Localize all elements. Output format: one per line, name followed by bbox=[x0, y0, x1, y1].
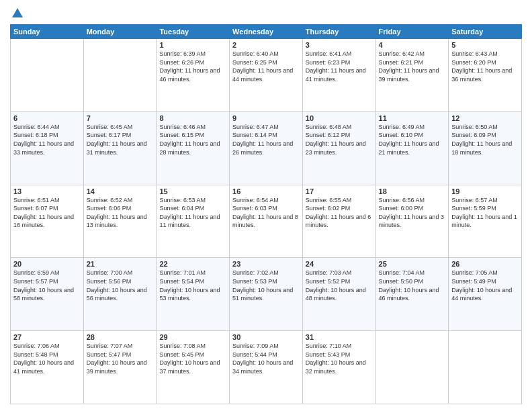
calendar-cell: 13Sunrise: 6:51 AMSunset: 6:07 PMDayligh… bbox=[11, 185, 84, 258]
col-header-thursday: Thursday bbox=[302, 25, 375, 39]
svg-marker-0 bbox=[12, 8, 23, 17]
calendar-week-1: 1Sunrise: 6:39 AMSunset: 6:26 PMDaylight… bbox=[11, 39, 522, 112]
logo bbox=[10, 7, 24, 20]
day-info: Sunrise: 7:00 AMSunset: 5:56 PMDaylight:… bbox=[87, 269, 154, 302]
calendar-cell: 6Sunrise: 6:44 AMSunset: 6:18 PMDaylight… bbox=[11, 111, 84, 185]
day-info: Sunrise: 6:47 AMSunset: 6:14 PMDaylight:… bbox=[232, 123, 300, 156]
calendar-cell: 3Sunrise: 6:41 AMSunset: 6:23 PMDaylight… bbox=[302, 39, 375, 112]
calendar-cell: 28Sunrise: 7:07 AMSunset: 5:47 PMDayligh… bbox=[83, 331, 157, 404]
day-info: Sunrise: 7:02 AMSunset: 5:53 PMDaylight:… bbox=[232, 269, 300, 302]
day-info: Sunrise: 7:05 AMSunset: 5:49 PMDaylight:… bbox=[451, 269, 519, 302]
calendar-cell: 18Sunrise: 6:56 AMSunset: 6:00 PMDayligh… bbox=[375, 185, 449, 258]
day-number: 21 bbox=[87, 260, 154, 268]
calendar-cell: 11Sunrise: 6:49 AMSunset: 6:10 PMDayligh… bbox=[375, 111, 449, 185]
day-info: Sunrise: 6:43 AMSunset: 6:20 PMDaylight:… bbox=[451, 50, 519, 83]
day-info: Sunrise: 7:06 AMSunset: 5:48 PMDaylight:… bbox=[13, 342, 81, 375]
day-info: Sunrise: 6:50 AMSunset: 6:09 PMDaylight:… bbox=[451, 123, 519, 156]
day-info: Sunrise: 7:03 AMSunset: 5:52 PMDaylight:… bbox=[306, 269, 373, 302]
day-number: 9 bbox=[232, 114, 300, 122]
day-number: 12 bbox=[451, 114, 519, 122]
day-number: 4 bbox=[379, 41, 446, 49]
day-info: Sunrise: 6:52 AMSunset: 6:06 PMDaylight:… bbox=[87, 196, 154, 230]
day-number: 31 bbox=[306, 333, 373, 341]
day-info: Sunrise: 6:56 AMSunset: 6:00 PMDaylight:… bbox=[379, 196, 446, 230]
day-info: Sunrise: 6:48 AMSunset: 6:12 PMDaylight:… bbox=[306, 123, 373, 156]
col-header-wednesday: Wednesday bbox=[230, 25, 303, 39]
calendar-cell: 15Sunrise: 6:53 AMSunset: 6:04 PMDayligh… bbox=[157, 185, 230, 258]
day-info: Sunrise: 7:09 AMSunset: 5:44 PMDaylight:… bbox=[232, 342, 300, 375]
calendar-cell: 2Sunrise: 6:40 AMSunset: 6:25 PMDaylight… bbox=[230, 39, 303, 112]
day-info: Sunrise: 6:55 AMSunset: 6:02 PMDaylight:… bbox=[306, 196, 373, 230]
day-number: 8 bbox=[159, 114, 226, 122]
calendar-header-row: SundayMondayTuesdayWednesdayThursdayFrid… bbox=[11, 25, 522, 39]
day-number: 22 bbox=[159, 260, 226, 268]
calendar-cell: 26Sunrise: 7:05 AMSunset: 5:49 PMDayligh… bbox=[449, 258, 522, 331]
calendar-cell: 9Sunrise: 6:47 AMSunset: 6:14 PMDaylight… bbox=[230, 111, 303, 185]
calendar-cell: 7Sunrise: 6:45 AMSunset: 6:17 PMDaylight… bbox=[83, 111, 157, 185]
day-info: Sunrise: 7:07 AMSunset: 5:47 PMDaylight:… bbox=[87, 342, 154, 375]
logo-icon bbox=[11, 7, 24, 20]
day-info: Sunrise: 6:53 AMSunset: 6:04 PMDaylight:… bbox=[159, 196, 226, 230]
day-number: 19 bbox=[451, 187, 519, 195]
day-number: 7 bbox=[87, 114, 154, 122]
col-header-tuesday: Tuesday bbox=[157, 25, 230, 39]
header bbox=[10, 7, 522, 20]
day-number: 23 bbox=[232, 260, 300, 268]
calendar-week-3: 13Sunrise: 6:51 AMSunset: 6:07 PMDayligh… bbox=[11, 185, 522, 258]
day-number: 29 bbox=[159, 333, 226, 341]
page: SundayMondayTuesdayWednesdayThursdayFrid… bbox=[0, 0, 532, 411]
calendar-cell: 16Sunrise: 6:54 AMSunset: 6:03 PMDayligh… bbox=[230, 185, 303, 258]
col-header-friday: Friday bbox=[375, 25, 449, 39]
calendar-cell: 30Sunrise: 7:09 AMSunset: 5:44 PMDayligh… bbox=[230, 331, 303, 404]
day-number: 14 bbox=[87, 187, 154, 195]
day-number: 5 bbox=[451, 41, 519, 49]
day-info: Sunrise: 7:08 AMSunset: 5:45 PMDaylight:… bbox=[159, 342, 226, 375]
calendar-cell: 25Sunrise: 7:04 AMSunset: 5:50 PMDayligh… bbox=[375, 258, 449, 331]
day-number: 24 bbox=[306, 260, 373, 268]
calendar-cell: 21Sunrise: 7:00 AMSunset: 5:56 PMDayligh… bbox=[83, 258, 157, 331]
calendar-cell: 31Sunrise: 7:10 AMSunset: 5:43 PMDayligh… bbox=[302, 331, 375, 404]
day-info: Sunrise: 6:42 AMSunset: 6:21 PMDaylight:… bbox=[379, 50, 446, 83]
calendar-cell: 24Sunrise: 7:03 AMSunset: 5:52 PMDayligh… bbox=[302, 258, 375, 331]
calendar-cell: 27Sunrise: 7:06 AMSunset: 5:48 PMDayligh… bbox=[11, 331, 84, 404]
calendar-cell: 5Sunrise: 6:43 AMSunset: 6:20 PMDaylight… bbox=[449, 39, 522, 112]
day-info: Sunrise: 6:49 AMSunset: 6:10 PMDaylight:… bbox=[379, 123, 446, 156]
day-number: 10 bbox=[306, 114, 373, 122]
day-info: Sunrise: 6:51 AMSunset: 6:07 PMDaylight:… bbox=[13, 196, 81, 230]
calendar-week-5: 27Sunrise: 7:06 AMSunset: 5:48 PMDayligh… bbox=[11, 331, 522, 404]
calendar-cell: 14Sunrise: 6:52 AMSunset: 6:06 PMDayligh… bbox=[83, 185, 157, 258]
col-header-sunday: Sunday bbox=[11, 25, 84, 39]
col-header-saturday: Saturday bbox=[449, 25, 522, 39]
calendar-cell bbox=[375, 331, 449, 404]
calendar-week-2: 6Sunrise: 6:44 AMSunset: 6:18 PMDaylight… bbox=[11, 111, 522, 185]
day-info: Sunrise: 6:59 AMSunset: 5:57 PMDaylight:… bbox=[13, 269, 81, 302]
calendar-cell: 20Sunrise: 6:59 AMSunset: 5:57 PMDayligh… bbox=[11, 258, 84, 331]
day-info: Sunrise: 7:04 AMSunset: 5:50 PMDaylight:… bbox=[379, 269, 446, 302]
day-info: Sunrise: 7:10 AMSunset: 5:43 PMDaylight:… bbox=[306, 342, 373, 375]
calendar-cell bbox=[83, 39, 157, 112]
day-number: 1 bbox=[159, 41, 226, 49]
day-number: 26 bbox=[451, 260, 519, 268]
day-number: 27 bbox=[13, 333, 81, 341]
day-number: 28 bbox=[87, 333, 154, 341]
calendar-cell: 29Sunrise: 7:08 AMSunset: 5:45 PMDayligh… bbox=[157, 331, 230, 404]
calendar-week-4: 20Sunrise: 6:59 AMSunset: 5:57 PMDayligh… bbox=[11, 258, 522, 331]
calendar-cell: 17Sunrise: 6:55 AMSunset: 6:02 PMDayligh… bbox=[302, 185, 375, 258]
day-number: 11 bbox=[379, 114, 446, 122]
day-number: 13 bbox=[13, 187, 81, 195]
calendar-cell: 1Sunrise: 6:39 AMSunset: 6:26 PMDaylight… bbox=[157, 39, 230, 112]
day-info: Sunrise: 6:54 AMSunset: 6:03 PMDaylight:… bbox=[232, 196, 300, 230]
day-number: 6 bbox=[13, 114, 81, 122]
calendar-table: SundayMondayTuesdayWednesdayThursdayFrid… bbox=[10, 24, 522, 404]
day-number: 18 bbox=[379, 187, 446, 195]
day-number: 2 bbox=[232, 41, 300, 49]
day-info: Sunrise: 6:41 AMSunset: 6:23 PMDaylight:… bbox=[306, 50, 373, 83]
day-number: 17 bbox=[306, 187, 373, 195]
calendar-cell: 23Sunrise: 7:02 AMSunset: 5:53 PMDayligh… bbox=[230, 258, 303, 331]
calendar-cell bbox=[449, 331, 522, 404]
day-number: 20 bbox=[13, 260, 81, 268]
calendar-cell: 10Sunrise: 6:48 AMSunset: 6:12 PMDayligh… bbox=[302, 111, 375, 185]
day-number: 16 bbox=[232, 187, 300, 195]
calendar-cell: 8Sunrise: 6:46 AMSunset: 6:15 PMDaylight… bbox=[157, 111, 230, 185]
day-info: Sunrise: 6:40 AMSunset: 6:25 PMDaylight:… bbox=[232, 50, 300, 83]
